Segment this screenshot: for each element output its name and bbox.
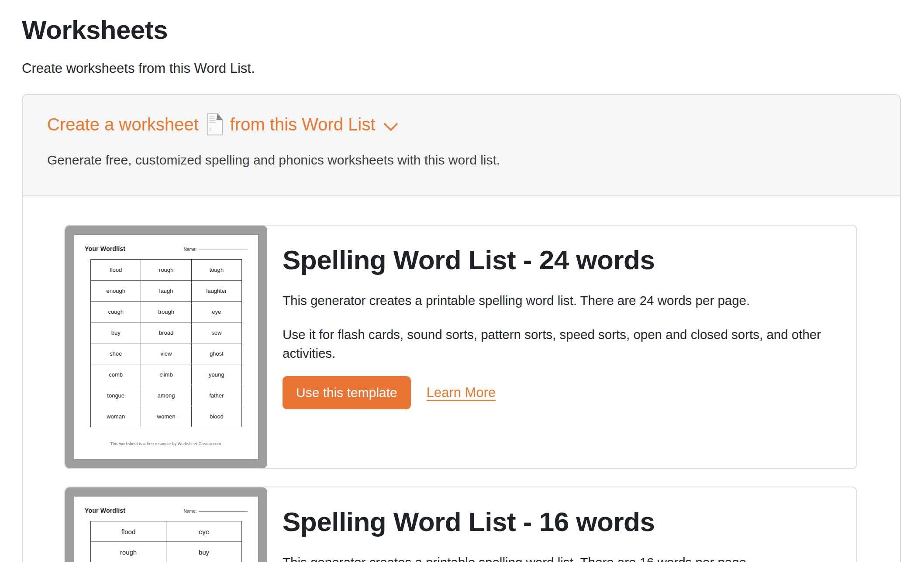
preview-word-row: roughbuy [91, 542, 242, 562]
page-subtitle: Create worksheets from this Word List. [22, 60, 901, 77]
preview-word-cell: flood [91, 521, 166, 542]
template-card-24-words: Your Wordlist Name: floodroughtoughenoug… [64, 225, 857, 469]
preview-footer: This worksheet is a free resource by Wor… [74, 442, 258, 446]
preview-word-cell: comb [91, 364, 141, 385]
preview-word-row: floodeye [91, 521, 242, 542]
template-list: Your Wordlist Name: floodroughtoughenoug… [23, 196, 900, 562]
preview-word-cell: enough [91, 281, 141, 302]
preview-word-row: tongueamongfather [91, 385, 242, 406]
preview-name-field: Name: [184, 509, 248, 514]
preview-name-label: Name: [184, 509, 197, 514]
preview-name-line [199, 511, 248, 512]
preview-word-cell: blood [191, 406, 241, 427]
preview-name-label: Name: [184, 247, 197, 252]
card-description: This generator creates a printable spell… [283, 291, 837, 310]
card-content: Spelling Word List - 16 words This gener… [267, 487, 856, 562]
preview-word-cell: laughter [191, 281, 241, 302]
worksheet-preview-page: Your Wordlist Name: floodeyeroughbuy [74, 497, 258, 562]
preview-word-row: floodroughtough [91, 260, 242, 281]
preview-word-table: floodroughtoughenoughlaughlaughtercought… [90, 259, 242, 427]
chevron-down-icon [383, 116, 398, 136]
preview-word-cell: eye [191, 302, 241, 322]
card-title: Spelling Word List - 24 words [283, 244, 837, 275]
preview-word-cell: flood [91, 260, 141, 281]
card-title: Spelling Word List - 16 words [283, 506, 837, 537]
worksheet-preview-image: Your Wordlist Name: floodeyeroughbuy [65, 487, 267, 562]
preview-word-cell: trough [141, 302, 191, 322]
document-icon [206, 113, 224, 140]
preview-word-row: combclimbyoung [91, 364, 242, 385]
preview-title: Your Wordlist [85, 507, 125, 514]
create-worksheet-label-post: from this Word List [230, 115, 376, 134]
creator-panel: Create a worksheet [23, 95, 900, 196]
preview-word-row: womanwomenblood [91, 406, 242, 427]
card-content: Spelling Word List - 24 words This gener… [267, 226, 856, 468]
create-worksheet-label-pre: Create a worksheet [47, 115, 199, 134]
preview-word-cell: tough [191, 260, 241, 281]
worksheet-preview-page: Your Wordlist Name: floodroughtoughenoug… [74, 235, 258, 459]
preview-name-line [199, 250, 248, 250]
preview-word-cell: climb [141, 364, 191, 385]
page-title: Worksheets [22, 15, 901, 45]
use-template-button[interactable]: Use this template [283, 376, 411, 409]
creator-description: Generate free, customized spelling and p… [47, 153, 876, 168]
preview-word-table: floodeyeroughbuy [90, 521, 242, 562]
card-actions: Use this template Learn More [283, 376, 837, 409]
preview-word-cell: eye [166, 521, 242, 542]
preview-word-cell: woman [91, 406, 141, 427]
card-description: This generator creates a printable spell… [283, 553, 837, 562]
preview-title: Your Wordlist [85, 245, 125, 252]
preview-name-field: Name: [184, 247, 248, 252]
preview-word-cell: young [191, 364, 241, 385]
preview-word-cell: rough [91, 542, 166, 562]
template-card-16-words: Your Wordlist Name: floodeyeroughbuy Spe… [64, 487, 857, 562]
card-usage: Use it for flash cards, sound sorts, pat… [283, 326, 837, 363]
preview-word-cell: view [141, 343, 191, 364]
preview-word-cell: tongue [91, 385, 141, 406]
create-worksheet-toggle[interactable]: Create a worksheet [47, 111, 398, 138]
worksheets-container: Create a worksheet [22, 94, 901, 562]
learn-more-link[interactable]: Learn More [427, 385, 496, 401]
preview-word-row: shoeviewghost [91, 343, 242, 364]
preview-word-cell: among [141, 385, 191, 406]
preview-word-cell: buy [91, 322, 141, 343]
preview-word-cell: women [141, 406, 191, 427]
preview-word-cell: father [191, 385, 241, 406]
preview-word-row: buybroadsew [91, 322, 242, 343]
preview-word-row: enoughlaughlaughter [91, 281, 242, 302]
preview-word-cell: shoe [91, 343, 141, 364]
preview-word-cell: broad [141, 322, 191, 343]
preview-word-cell: buy [166, 542, 242, 562]
preview-word-cell: sew [191, 322, 241, 343]
worksheet-preview-image: Your Wordlist Name: floodroughtoughenoug… [65, 226, 267, 468]
preview-word-cell: laugh [141, 281, 191, 302]
preview-word-cell: rough [141, 260, 191, 281]
preview-word-cell: cough [91, 302, 141, 322]
preview-word-row: coughtrougheye [91, 302, 242, 322]
preview-word-cell: ghost [191, 343, 241, 364]
worksheets-page: Worksheets Create worksheets from this W… [0, 15, 924, 562]
